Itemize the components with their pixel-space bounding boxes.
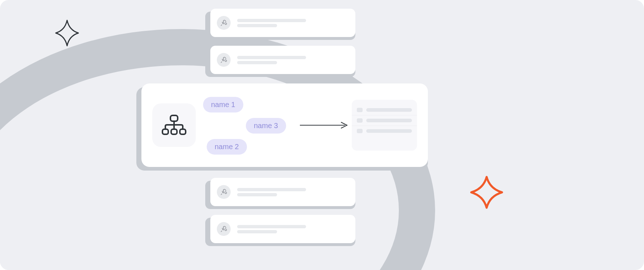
list-item <box>210 46 355 74</box>
list-item <box>210 178 355 206</box>
card-body <box>210 215 355 243</box>
placeholder-text <box>237 54 349 66</box>
tags-group: name 1 name 3 name 2 <box>203 93 297 158</box>
result-table <box>352 100 417 151</box>
placeholder-text <box>237 186 349 198</box>
card-body <box>210 9 355 37</box>
placeholder-text <box>237 223 349 235</box>
card-body: name 1 name 3 name 2 <box>141 83 428 167</box>
placeholder-text <box>237 17 349 29</box>
sparkle-icon <box>468 174 505 210</box>
tools-icon <box>217 53 231 67</box>
card-body <box>210 178 355 206</box>
card-body <box>210 46 355 74</box>
table-row <box>352 115 417 126</box>
table-row <box>352 126 417 136</box>
sparkle-icon <box>53 19 81 47</box>
svg-rect-0 <box>170 115 178 121</box>
svg-rect-3 <box>180 129 186 134</box>
arrow-icon <box>297 120 352 131</box>
expanded-list-item: name 1 name 3 name 2 <box>141 83 428 167</box>
tools-icon <box>217 185 231 199</box>
diagram-canvas: name 1 name 3 name 2 <box>0 0 644 270</box>
tag-name-2: name 2 <box>207 139 247 155</box>
table-row <box>352 105 417 115</box>
tools-icon <box>217 16 231 30</box>
list-item <box>210 215 355 243</box>
tools-icon <box>217 222 231 236</box>
list-item <box>210 9 355 37</box>
hierarchy-icon <box>152 103 196 147</box>
tag-name-3: name 3 <box>246 118 286 134</box>
svg-rect-1 <box>162 129 168 134</box>
svg-rect-2 <box>171 129 177 134</box>
tag-name-1: name 1 <box>203 97 243 112</box>
